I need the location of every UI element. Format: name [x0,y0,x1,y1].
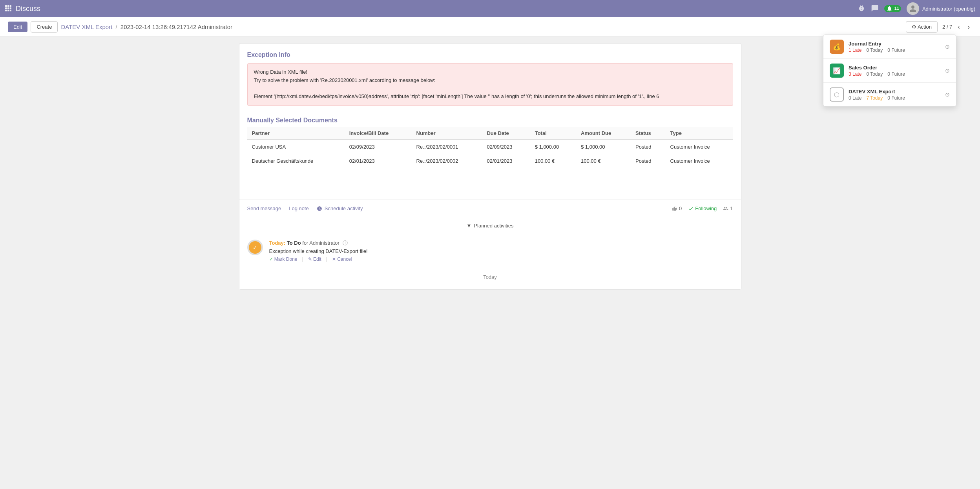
cell-status-1: Posted [631,140,666,154]
cell-partner-1: Customer USA [247,140,345,154]
table-wrapper: Partner Invoice/Bill Date Number Due Dat… [239,127,741,176]
cell-amount-1: $ 1,000.00 [576,140,631,154]
planned-activities-section: ▼ Planned activities ✓ Today: To Do for … [239,217,741,289]
next-button[interactable]: › [965,23,972,31]
sales-today: 0 Today [866,71,883,77]
datev-stats: 0 Late 7 Today 0 Future [849,95,945,101]
pagination-display: 2 / 7 [942,24,952,30]
todo-label: To Do [287,240,301,246]
chatter-bar: Send message Log note Schedule activity … [239,200,741,217]
table-row[interactable]: Deutscher Geschäftskunde 02/01/2023 Re.:… [247,154,733,168]
likes-count: 0 [672,205,682,211]
action-button[interactable]: ⚙ Action [906,21,938,33]
sales-order-info: Sales Order 3 Late 0 Today 0 Future [849,65,945,77]
journal-late: 1 Late [849,47,861,53]
cell-invoice-date-1: 02/09/2023 [345,140,412,154]
content-area: Exception Info Wrong Data in XML file! T… [231,43,749,298]
cell-type-2: Customer Invoice [666,154,733,168]
bug-icon[interactable] [858,4,865,13]
datev-today: 7 Today [866,95,883,101]
cell-number-2: Re.:/2023/02/0002 [412,154,482,168]
table-head: Partner Invoice/Bill Date Number Due Dat… [247,127,733,140]
topnav-icons: 11 Administrator (openbig) [858,2,975,15]
col-number: Number [412,127,482,140]
cell-number-1: Re.:/2023/02/0001 [412,140,482,154]
datev-info: DATEV XML Export 0 Late 7 Today 0 Future [849,89,945,101]
activity-description: Exception while creating DATEV-Export fi… [269,248,733,254]
cell-due-date-2: 02/01/2023 [482,154,530,168]
svg-rect-8 [10,10,11,11]
create-button[interactable]: Create [31,21,58,33]
for-text: for Administrator [302,240,339,246]
svg-rect-2 [10,5,11,7]
prev-button[interactable]: ‹ [955,23,962,31]
error-detail: Element '{http://xml.datev.de/bedi/tps/i… [254,93,726,101]
journal-future: 0 Future [887,47,905,53]
svg-rect-0 [5,5,7,7]
log-note-button[interactable]: Log note [289,205,309,211]
sales-future: 0 Future [887,71,905,77]
svg-rect-1 [7,5,9,7]
activity-popup-item-datev[interactable]: ⬡ DATEV XML Export 0 Late 7 Today 0 Futu… [823,83,956,106]
chatter-right: 0 Following 1 [672,205,733,211]
activity-avatar: ✓ [247,240,263,255]
chat-icon[interactable] [871,4,879,13]
datev-future: 0 Future [887,95,905,101]
col-type: Type [666,127,733,140]
activity-item: ✓ Today: To Do for Administrator ⓘ Excep… [247,235,733,267]
documents-section-title: Manually Selected Documents [239,112,741,127]
activity-bubble-icon: ✓ [249,241,261,254]
svg-rect-7 [7,10,9,11]
send-message-button[interactable]: Send message [247,205,281,211]
user-menu[interactable]: Administrator (openbig) [907,2,975,15]
svg-rect-4 [7,7,9,9]
avatar [907,2,919,15]
notification-badge[interactable]: 11 [884,5,901,12]
topnav: Discuss 11 Administrator (openbig) [0,0,980,17]
activity-popup: 💰 Journal Entry 1 Late 0 Today 0 Future … [823,35,956,107]
edit-button[interactable]: Edit [8,22,27,32]
cancel-activity-button[interactable]: ✕ Cancel [332,256,352,262]
app-title: Discuss [16,5,858,13]
edit-activity-button[interactable]: ✎ Edit [308,256,321,262]
col-due-date: Due Date [482,127,530,140]
datev-late: 0 Late [849,95,861,101]
col-partner: Partner [247,127,345,140]
datev-icon: ⬡ [830,87,844,102]
cell-total-1: $ 1,000.00 [530,140,576,154]
table-row[interactable]: Customer USA 02/09/2023 Re.:/2023/02/000… [247,140,733,154]
activity-popup-item-journal[interactable]: 💰 Journal Entry 1 Late 0 Today 0 Future … [823,35,956,59]
grid-icon[interactable] [5,5,12,13]
sales-order-name: Sales Order [849,65,945,71]
activity-popup-item-sales[interactable]: 📈 Sales Order 3 Late 0 Today 0 Future ⊙ [823,59,956,83]
col-invoice-date: Invoice/Bill Date [345,127,412,140]
today-divider: Today [247,270,733,284]
datev-name: DATEV XML Export [849,89,945,95]
activity-actions: ✓ Mark Done | ✎ Edit | ✕ Cancel [269,256,733,262]
cell-status-2: Posted [631,154,666,168]
schedule-activity-button[interactable]: Schedule activity [317,205,363,211]
journal-today: 0 Today [866,47,883,53]
breadcrumb: DATEV XML Export / 2023-02-14 13:26:49.2… [61,24,232,30]
table-body: Customer USA 02/09/2023 Re.:/2023/02/000… [247,140,733,168]
breadcrumb-part1[interactable]: DATEV XML Export [61,24,112,30]
journal-entry-stats: 1 Late 0 Today 0 Future [849,47,945,53]
activity-body: Today: To Do for Administrator ⓘ Excepti… [269,240,733,262]
breadcrumb-separator: / [115,24,117,30]
following-button[interactable]: Following [688,205,717,211]
datev-dot: ⊙ [945,91,950,98]
sales-dot: ⊙ [945,67,950,74]
col-status: Status [631,127,666,140]
info-icon: ⓘ [343,240,348,246]
breadcrumb-bar: Edit Create DATEV XML Export / 2023-02-1… [0,17,980,37]
col-total: Total [530,127,576,140]
cell-partner-2: Deutscher Geschäftskunde [247,154,345,168]
planned-activities-header[interactable]: ▼ Planned activities [247,223,733,229]
mark-done-button[interactable]: ✓ Mark Done [269,256,297,262]
main-form-card: Exception Info Wrong Data in XML file! T… [239,43,741,290]
today-label: Today: [269,240,286,246]
svg-rect-6 [5,10,7,11]
journal-entry-info: Journal Entry 1 Late 0 Today 0 Future [849,41,945,53]
activity-header: Today: To Do for Administrator ⓘ [269,240,733,247]
exception-section-title: Exception Info [239,44,741,63]
